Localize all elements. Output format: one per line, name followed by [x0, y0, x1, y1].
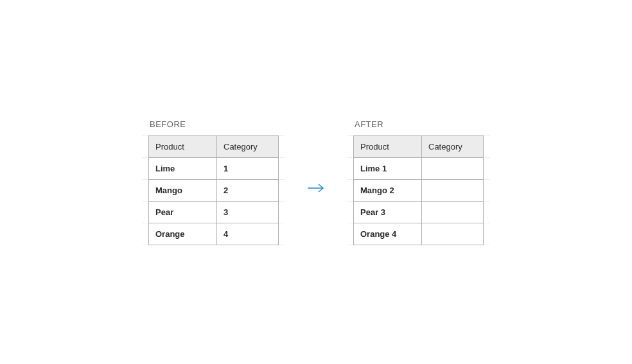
before-label: BEFORE — [150, 119, 279, 129]
after-panel: AFTER Product Category L — [353, 119, 484, 245]
table-row: Mango 2 — [354, 179, 484, 201]
cell-category — [422, 179, 484, 201]
header-product: Product — [354, 135, 422, 157]
cell-category — [422, 157, 484, 179]
cell-category: 1 — [217, 157, 279, 179]
table-row: Pear 3 — [354, 201, 484, 223]
cell-category: 2 — [217, 179, 279, 201]
after-table: Product Category Lime 1 Mango 2 Pear 3 — [353, 135, 484, 245]
table-header-row: Product Category — [149, 135, 279, 157]
cell-product: Pear 3 — [354, 201, 422, 223]
header-category: Category — [422, 135, 484, 157]
table-row: Lime 1 — [149, 157, 279, 179]
cell-category: 4 — [217, 223, 279, 245]
cell-product: Lime — [149, 157, 217, 179]
before-sheet: Product Category Lime 1 Mango 2 Pear — [148, 135, 279, 245]
table-row: Orange 4 — [354, 223, 484, 245]
cell-product: Orange — [149, 223, 217, 245]
table-header-row: Product Category — [354, 135, 484, 157]
header-product: Product — [149, 135, 217, 157]
cell-category: 3 — [217, 201, 279, 223]
cell-product: Mango 2 — [354, 179, 422, 201]
table-row: Lime 1 — [354, 157, 484, 179]
after-sheet: Product Category Lime 1 Mango 2 Pear 3 — [353, 135, 484, 245]
header-category: Category — [217, 135, 279, 157]
table-row: Orange 4 — [149, 223, 279, 245]
table-row: Pear 3 — [149, 201, 279, 223]
cell-product: Lime 1 — [354, 157, 422, 179]
cell-category — [422, 223, 484, 245]
before-table: Product Category Lime 1 Mango 2 Pear — [148, 135, 279, 245]
cell-product: Pear — [149, 201, 217, 223]
after-label: AFTER — [355, 119, 484, 129]
cell-product: Mango — [149, 179, 217, 201]
arrow-icon — [307, 182, 325, 194]
table-row: Mango 2 — [149, 179, 279, 201]
cell-category — [422, 201, 484, 223]
diagram-canvas: BEFORE Product Category — [148, 119, 484, 245]
before-panel: BEFORE Product Category — [148, 119, 279, 245]
cell-product: Orange 4 — [354, 223, 422, 245]
